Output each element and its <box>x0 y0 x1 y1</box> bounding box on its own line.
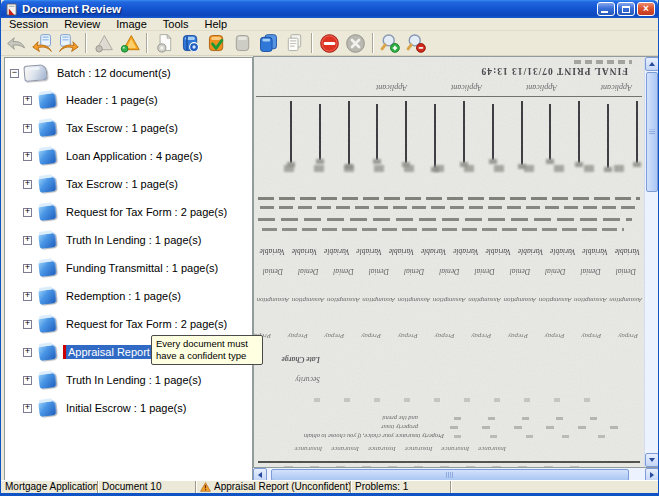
menu-image[interactable]: Image <box>108 18 155 31</box>
book-settings-button[interactable] <box>178 31 203 55</box>
collapse-icon[interactable]: − <box>10 69 19 78</box>
expand-icon[interactable]: + <box>23 208 32 217</box>
flag-gray-icon <box>91 32 116 55</box>
tree-item-label: Initial Escrow : 1 page(s) <box>63 401 189 415</box>
tree-item[interactable]: +Initial Escrow : 1 page(s) <box>5 394 252 422</box>
menu-help[interactable]: Help <box>196 18 235 31</box>
vertical-scroll-thumb[interactable] <box>646 72 658 192</box>
restore-icon <box>622 6 630 13</box>
title-bar: Document Review × <box>1 0 658 18</box>
cancel-gray-icon <box>343 32 368 55</box>
scan-paragraph-line <box>260 206 636 209</box>
tree-item[interactable]: +Truth In Lending : 1 page(s) <box>5 226 252 254</box>
book-verify-icon <box>204 32 229 55</box>
zoom-out-icon <box>404 32 429 55</box>
expand-icon[interactable]: + <box>23 292 32 301</box>
remove-red-button[interactable] <box>317 31 342 55</box>
tree-item[interactable]: +Funding Transmittal : 1 page(s) <box>5 254 252 282</box>
flag-gray-button[interactable] <box>91 31 116 55</box>
cancel-gray-button[interactable] <box>343 31 368 55</box>
menu-session[interactable]: Session <box>1 18 56 31</box>
document-preview[interactable]: FINAL PRINT 07/31/13 13:49 Applicant App… <box>254 57 644 467</box>
batch-icon <box>23 64 47 82</box>
close-button[interactable]: × <box>637 2 655 16</box>
books-button[interactable] <box>256 31 281 55</box>
tree-item[interactable]: +Redemption : 1 page(s) <box>5 282 252 310</box>
scan-tick-mark <box>319 104 321 160</box>
tree-item[interactable]: +Request for Tax Form : 2 page(s) <box>5 310 252 338</box>
scan-corner-smudge <box>574 60 632 64</box>
menu-tools[interactable]: Tools <box>155 18 197 31</box>
toolbar <box>1 31 658 56</box>
expand-icon[interactable]: + <box>23 320 32 329</box>
expand-icon[interactable]: + <box>23 404 32 413</box>
scan-check-marks <box>344 376 620 381</box>
expand-icon[interactable]: + <box>23 96 32 105</box>
scan-denial-row: Denial Denial Denial Denial Denial Denia… <box>254 267 644 276</box>
app-icon <box>6 3 19 16</box>
book-verify-button[interactable] <box>204 31 229 55</box>
warning-icon <box>200 482 211 492</box>
zoom-in-icon <box>378 32 403 55</box>
page-process-icon <box>152 32 177 55</box>
restore-button[interactable] <box>617 2 635 16</box>
scan-security-label: Security <box>270 375 320 384</box>
toolbar-separator <box>372 33 373 53</box>
document-review-window: Document Review × Session Review Image T… <box>0 0 659 496</box>
tree-item[interactable]: +Truth In Lending : 1 page(s) <box>5 366 252 394</box>
next-document-button[interactable] <box>56 31 81 55</box>
status-bar: Mortgage Applications 1 Document 10 Appr… <box>1 480 658 493</box>
scan-paragraph-line <box>258 218 632 221</box>
tree-item[interactable]: +Request for Tax Form : 2 page(s) <box>5 198 252 226</box>
scan-paragraph-line <box>258 197 640 200</box>
scan-tick-mark <box>405 101 407 163</box>
page-process-button[interactable] <box>152 31 177 55</box>
scan-premium-line: and the premi <box>366 415 418 422</box>
tree-item[interactable]: +Tax Escrow : 1 page(s) <box>5 170 252 198</box>
tree-item[interactable]: +Tax Escrow : 1 page(s) <box>5 114 252 142</box>
scroll-up-button[interactable] <box>645 57 659 71</box>
expand-icon[interactable]: + <box>23 124 32 133</box>
expand-icon[interactable]: + <box>23 236 32 245</box>
scan-tick-mark <box>434 104 436 168</box>
document-icon <box>38 316 57 333</box>
scan-faint-words <box>454 417 618 420</box>
scan-variable-row: Variable Variable Variable Variable Vari… <box>254 247 644 256</box>
book-gray-button[interactable] <box>230 31 255 55</box>
zoom-out-button[interactable] <box>404 31 429 55</box>
tree-item[interactable]: +Loan Application : 4 page(s) <box>5 142 252 170</box>
scan-late-charge-label: Late Charge <box>260 355 320 364</box>
status-document-number: Document 10 <box>98 481 196 494</box>
tree-item-label: Request for Tax Form : 2 page(s) <box>63 317 230 331</box>
nav-back-button[interactable] <box>4 31 29 55</box>
tree-root-batch[interactable]: −Batch : 12 document(s) <box>5 60 252 86</box>
next-document-icon <box>56 32 81 55</box>
scan-tick-mark <box>492 104 494 160</box>
scan-bottom-rule <box>258 461 640 463</box>
document-icon <box>38 176 57 193</box>
scan-top-rule <box>256 96 642 97</box>
expand-icon[interactable]: + <box>23 180 32 189</box>
minimize-button[interactable] <box>597 2 615 16</box>
menu-review[interactable]: Review <box>56 18 108 31</box>
zoom-in-button[interactable] <box>378 31 403 55</box>
tree-item[interactable]: +Header : 1 page(s) <box>5 86 252 114</box>
window-title: Document Review <box>22 3 597 15</box>
document-icon <box>38 204 57 221</box>
book-gray-icon <box>230 32 255 55</box>
prev-document-button[interactable] <box>30 31 55 55</box>
status-batch-class: Mortgage Applications 1 <box>1 481 98 494</box>
pages-copy-icon <box>282 32 307 55</box>
vertical-scrollbar[interactable] <box>644 57 658 467</box>
scroll-down-button[interactable] <box>645 453 659 467</box>
scan-insurance-row: Insurance Insurance Insurance Insurance … <box>274 445 506 453</box>
expand-icon[interactable]: + <box>23 152 32 161</box>
scroll-right-icon <box>650 472 654 478</box>
pages-copy-button[interactable] <box>282 31 307 55</box>
document-icon <box>38 92 57 109</box>
flag-problem-button[interactable] <box>117 31 142 55</box>
expand-icon[interactable]: + <box>23 264 32 273</box>
scan-property-choice-line: Property insurance your choice, if you c… <box>272 433 444 440</box>
expand-icon[interactable]: + <box>23 376 32 385</box>
expand-icon[interactable]: + <box>23 348 32 357</box>
